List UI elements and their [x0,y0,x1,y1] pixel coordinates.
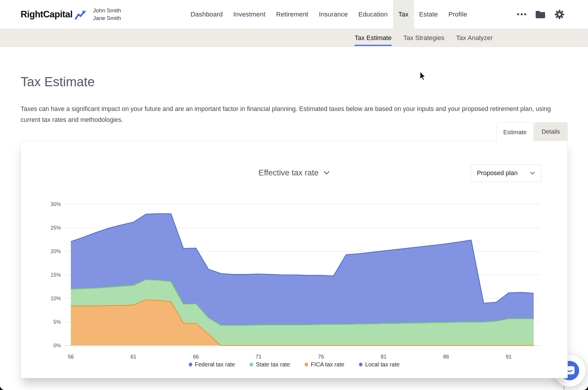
settings-gear-icon[interactable] [554,9,564,19]
legend-label: Federal tax rate [195,361,235,368]
x-axis-label-71: 71 [255,354,261,360]
mouse-cursor [420,72,427,81]
tab-details[interactable]: Details [534,122,568,141]
legend-item-fica-tax-rate: FICA tax rate [305,361,344,368]
legend-label: FICA tax rate [311,361,344,368]
nav-icons [517,0,564,29]
legend-dot-federal-tax-rate [189,363,192,366]
nav-item-tax[interactable]: Tax [393,0,414,29]
tax-subnav-items: Tax EstimateTax StrategiesTax Analyzer [355,29,493,47]
y-axis-label-10: 10% [51,296,61,301]
nav-item-education[interactable]: Education [353,0,393,29]
tax-estimate-card: Effective tax rate Proposed plan 0%5%10%… [21,141,568,378]
y-axis-label-0: 0% [54,343,61,348]
subnav-item-tax-strategies[interactable]: Tax Strategies [403,29,444,47]
nav-item-estate[interactable]: Estate [414,0,443,29]
x-axis-label-56: 56 [68,354,74,360]
subnav-item-tax-estimate[interactable]: Tax Estimate [355,29,392,47]
folder-icon[interactable] [535,10,546,19]
y-axis-label-25: 25% [51,225,61,231]
nav-item-profile[interactable]: Profile [443,0,472,29]
legend-label: Local tax rate [365,361,400,368]
legend-label: State tax rate [256,361,290,368]
client-name-1: John Smith [93,7,121,14]
tab-estimate[interactable]: Estimate [496,122,534,142]
subnav-item-tax-analyzer[interactable]: Tax Analyzer [456,29,493,47]
legend-item-federal-tax-rate: Federal tax rate [189,361,235,368]
brand-area: RightCapital John Smith Jane Smith [21,0,121,29]
legend-dot-fica-tax-rate [305,363,308,366]
y-axis-label-20: 20% [51,248,61,254]
y-axis-label-5: 5% [54,319,61,325]
nav-item-retirement[interactable]: Retirement [271,0,314,29]
y-axis-label-30: 30% [51,201,61,207]
chevron-down-icon[interactable] [323,171,330,175]
x-axis-label-86: 86 [443,354,449,360]
tab-details-label: Details [542,128,560,135]
nav-item-dashboard[interactable]: Dashboard [185,0,228,29]
chevron-down-icon [530,172,535,175]
page-title: Tax Estimate [21,74,95,89]
x-axis-label-66: 66 [193,354,199,360]
top-nav-bar: RightCapital John Smith Jane Smith Dashb… [0,0,588,29]
more-options-icon[interactable] [517,13,526,15]
tax-subnav: Tax EstimateTax StrategiesTax Analyzer [0,29,588,47]
plan-select-value: Proposed plan [477,170,518,177]
effective-tax-rate-area-chart: 0%5%10%15%20%25%30%5661667176818691 [44,200,550,365]
y-axis-label-15: 15% [51,272,61,278]
legend-dot-state-tax-rate [250,363,253,366]
client-selector[interactable]: John Smith Jane Smith [93,7,121,22]
chart-title-dropdown[interactable]: Effective tax rate [258,168,318,177]
legend-item-state-tax-rate: State tax rate [250,361,290,368]
rightcapital-logo[interactable]: RightCapital [21,9,73,20]
x-axis-label-76: 76 [318,354,324,360]
tab-estimate-label: Estimate [503,129,527,136]
app-window: RightCapital John Smith Jane Smith Dashb… [0,0,588,390]
x-axis-label-91: 91 [506,354,512,360]
legend-item-local-tax-rate: Local tax rate [359,361,400,368]
plan-select[interactable]: Proposed plan [471,164,541,182]
logo-trend-arrow-icon [74,10,87,21]
client-name-2: Jane Smith [93,14,121,22]
x-axis-label-61: 61 [131,354,136,360]
legend-dot-local-tax-rate [359,363,363,366]
x-axis-label-81: 81 [381,354,387,360]
nav-item-investment[interactable]: Investment [228,0,271,29]
main-nav: DashboardInvestmentRetirementInsuranceEd… [185,0,472,29]
nav-item-insurance[interactable]: Insurance [314,0,353,29]
chart-legend: Federal tax rateState tax rateFICA tax r… [21,361,567,368]
page-description: Taxes can have a significant impact on y… [21,104,564,125]
